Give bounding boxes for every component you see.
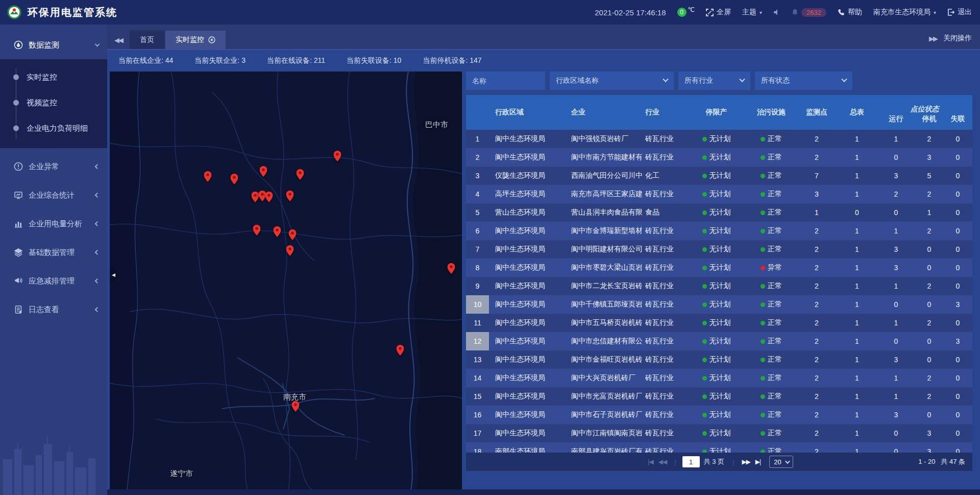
map-pin[interactable]	[274, 226, 281, 239]
map-pin[interactable]	[231, 174, 238, 186]
cell-run: 0	[877, 148, 915, 167]
page-size-select[interactable]: 20	[769, 456, 793, 468]
last-page-button[interactable]: ▶|	[755, 458, 761, 465]
cell-stop: 0	[915, 240, 943, 258]
map[interactable]: 巴中市南充市遂宁市 ◀	[110, 72, 462, 489]
chevron-left-icon	[95, 164, 100, 169]
map-pin[interactable]	[292, 401, 300, 414]
first-page-button[interactable]: |◀	[648, 458, 653, 465]
table-row[interactable]: 10阆中生态环境局阆中千佛镇五郎垭页岩砖瓦行业无计划正常21003	[466, 295, 972, 314]
table-row[interactable]: 2阆中生态环境局阆中市南方节能建材有砖瓦行业无计划正常21030	[466, 148, 972, 167]
status-dot	[761, 431, 765, 436]
status-dot	[761, 229, 765, 233]
sidebar-item-power-load-detail[interactable]: 企业电力负荷明细	[0, 115, 107, 141]
table-row[interactable]: 7阆中生态环境局阆中明阳建材有限公司砖瓦行业无计划正常21300	[466, 240, 972, 258]
status-dot	[761, 376, 765, 381]
notifications[interactable]: 2632	[792, 8, 826, 17]
tab-realtime-monitoring[interactable]: 实时监控	[165, 31, 226, 49]
table-row[interactable]: 18南部生态环境局南部县建兴页岩砖厂有砖瓦行业无计划正常21030	[466, 442, 972, 453]
status-filter-select[interactable]: 所有状态	[755, 72, 852, 90]
cell-company: 营山县润丰肉食品有限	[569, 203, 642, 222]
cell-meters: 1	[837, 185, 877, 203]
name-filter-input[interactable]	[466, 72, 545, 90]
cell-meters: 1	[837, 442, 877, 453]
tab-home[interactable]: 首页	[130, 31, 164, 49]
sidebar-item-realtime-monitoring[interactable]: 实时监控	[0, 64, 107, 90]
cell-stop: 0	[915, 406, 943, 424]
sidebar-group-base-data[interactable]: 基础数据管理	[0, 238, 107, 267]
table-row[interactable]: 13阆中生态环境局阆中市金福旺页岩机砖砖瓦行业无计划正常21300	[466, 350, 972, 369]
table-row[interactable]: 16阆中生态环境局阆中市石子页岩机砖厂砖瓦行业无计划正常21300	[466, 406, 972, 424]
cell-industry: 砖瓦行业	[642, 240, 687, 258]
cell-stop: 0	[915, 350, 943, 369]
table-row[interactable]: 3仪陇生态环境局西南油气田分公司川中化工无计划正常71350	[466, 167, 972, 185]
document-icon	[13, 305, 23, 314]
prev-page-button[interactable]: ◀◀	[658, 458, 667, 465]
help-button[interactable]: 帮助	[838, 8, 862, 17]
table-row[interactable]: 5营山生态环境局营山县润丰肉食品有限食品无计划正常10010	[466, 203, 972, 222]
mute-button[interactable]	[773, 9, 780, 16]
cell-points: 3	[796, 185, 837, 203]
cell-facility-status: 正常	[746, 167, 796, 185]
table-row[interactable]: 15阆中生态环境局阆中市光富页岩机砖厂砖瓦行业无计划正常21120	[466, 387, 972, 406]
map-pin[interactable]	[253, 225, 261, 238]
cell-region: 阆中生态环境局	[489, 350, 569, 369]
fullscreen-button[interactable]: 全屏	[706, 8, 731, 17]
close-icon[interactable]	[208, 36, 215, 43]
cell-meters: 1	[837, 258, 877, 277]
map-pin[interactable]	[397, 345, 404, 358]
cell-facility-status: 正常	[746, 387, 796, 406]
map-pin[interactable]	[260, 166, 267, 179]
cell-stop: 0	[915, 295, 943, 314]
cell-industry: 食品	[642, 203, 687, 222]
map-pin[interactable]	[252, 192, 259, 204]
table-row[interactable]: 17阆中生态环境局阆中市江南镇阆南页岩砖瓦行业无计划正常21030	[466, 424, 972, 442]
map-pin[interactable]	[289, 229, 297, 242]
table-row[interactable]: 11阆中生态环境局阆中市五马桥页岩机砖砖瓦行业无计划正常21120	[466, 314, 972, 332]
map-pin[interactable]	[286, 191, 294, 203]
status-dot	[702, 229, 707, 233]
map-pin[interactable]	[286, 245, 294, 258]
region-filter-select[interactable]: 行政区域名称	[550, 72, 674, 90]
close-operations-button[interactable]: 关闭操作	[943, 34, 972, 43]
map-pin[interactable]	[265, 192, 273, 204]
map-city-label: 遂宁市	[170, 469, 193, 479]
table-row[interactable]: 6阆中生态环境局阆中市金博瑞新型墙材砖瓦行业无计划正常21120	[466, 222, 972, 240]
sidebar-group-emergency[interactable]: 应急减排管理	[0, 267, 107, 295]
temperature-unit: ℃	[688, 6, 695, 13]
tabs-scroll-right-icon[interactable]: ▶▶	[929, 35, 937, 42]
industry-filter-select[interactable]: 所有行业	[678, 72, 750, 90]
sidebar-item-video-monitoring[interactable]: 视频监控	[0, 90, 107, 115]
map-pin[interactable]	[334, 151, 341, 163]
table-row[interactable]: 12阆中生态环境局阆中市忠信建材有限公砖瓦行业无计划正常21003	[466, 332, 972, 350]
map-pin[interactable]	[297, 169, 304, 182]
cell-company: 南部县建兴页岩砖厂有	[569, 442, 642, 453]
sidebar-group-logs[interactable]: 日志查看	[0, 295, 107, 324]
layers-icon	[13, 248, 23, 257]
right-panel: 行政区域名称 所有行业 所有状态 行政区域 企业	[466, 72, 972, 471]
table-row[interactable]: 4高坪生态环境局南充市高坪区王家店建砖瓦行业无计划正常31220	[466, 185, 972, 203]
table-row[interactable]: 8阆中生态环境局阆中市枣碧大梁山页岩砖瓦行业无计划异常21300	[466, 258, 972, 277]
theme-menu[interactable]: 主题 ▾	[742, 8, 762, 17]
temperature-value: 0	[677, 8, 687, 17]
sidebar-group-enterprise-statistics[interactable]: 企业综合统计	[0, 181, 107, 209]
status-group-label: 点位状态	[877, 101, 972, 114]
sidebar-group-power-analysis[interactable]: 企业用电量分析	[0, 209, 107, 238]
org-menu[interactable]: 南充市生态环境局 ▾	[873, 8, 936, 17]
map-pin[interactable]	[448, 263, 455, 276]
table-row[interactable]: 14阆中生态环境局阆中大兴页岩机砖厂砖瓦行业无计划正常21120	[466, 369, 972, 387]
table-row[interactable]: 1阆中生态环境局阆中强锐页岩砖厂砖瓦行业无计划正常21120	[466, 130, 972, 148]
tabs-scroll-left-icon[interactable]: ◀◀	[114, 36, 122, 44]
next-page-button[interactable]: ▶▶	[742, 458, 750, 465]
page-number-input[interactable]	[682, 456, 700, 467]
logout-button[interactable]: 退出	[947, 8, 972, 17]
sidebar-group-enterprise-abnormal[interactable]: 企业异常	[0, 152, 107, 181]
status-dot	[702, 431, 707, 436]
row-number: 2	[466, 148, 489, 167]
sidebar-item-label: 视频监控	[27, 98, 57, 108]
cell-lost: 0	[943, 240, 972, 258]
map-pin[interactable]	[204, 171, 212, 184]
table-row[interactable]: 9阆中生态环境局阆中市二龙长宝页岩砖砖瓦行业无计划正常21120	[466, 277, 972, 295]
cell-lost: 3	[943, 332, 972, 350]
sidebar-group-data-monitoring[interactable]: 数据监测	[0, 34, 107, 56]
